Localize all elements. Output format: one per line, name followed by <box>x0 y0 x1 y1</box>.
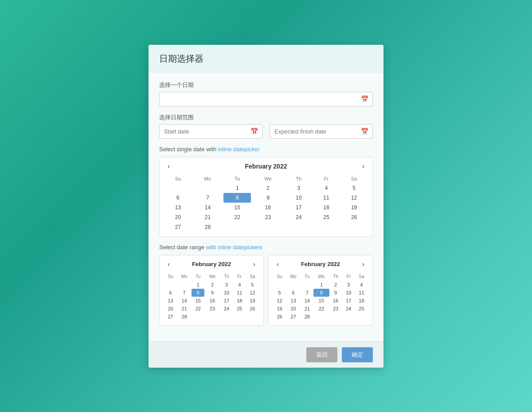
cal-day[interactable]: 6 <box>164 193 192 203</box>
cal-day[interactable]: 9 <box>329 289 342 297</box>
cal-day[interactable]: 3 <box>220 281 233 289</box>
cal-day[interactable]: 12 <box>246 289 259 297</box>
cal-day[interactable]: 22 <box>313 305 329 313</box>
cal-day[interactable]: 7 <box>301 289 313 297</box>
cal-day[interactable]: 21 <box>301 305 313 313</box>
cal-day[interactable]: 15 <box>223 203 251 212</box>
cal-day[interactable]: 1 <box>192 281 204 289</box>
cal-day[interactable]: 5 <box>273 289 286 297</box>
cal-day[interactable]: 28 <box>192 222 223 232</box>
cal-day[interactable]: 12 <box>340 193 368 203</box>
cal-day[interactable]: 16 <box>329 297 342 305</box>
cal-day[interactable]: 9 <box>251 193 285 203</box>
start-date-input[interactable] <box>159 124 262 139</box>
cal-day[interactable]: 18 <box>233 297 246 305</box>
cal-day[interactable]: 17 <box>220 297 233 305</box>
cal-day[interactable]: 13 <box>164 203 192 212</box>
cal-day[interactable]: 9 <box>204 289 220 297</box>
cal-day[interactable]: 22 <box>192 305 204 313</box>
cal-day[interactable]: 4 <box>355 281 368 289</box>
cal-day[interactable]: 23 <box>204 305 220 313</box>
single-date-input[interactable] <box>159 92 373 106</box>
cal-day[interactable]: 27 <box>286 313 301 321</box>
cal-day[interactable]: 15 <box>313 297 329 305</box>
cal-day[interactable]: 17 <box>285 203 313 212</box>
cal-day[interactable]: 6 <box>286 289 301 297</box>
cal-day[interactable]: 15 <box>192 297 204 305</box>
cal-day[interactable]: 28 <box>177 313 192 321</box>
cal-day[interactable]: 23 <box>251 212 285 222</box>
cal-day[interactable]: 20 <box>164 212 192 222</box>
confirm-button[interactable]: 确定 <box>342 347 373 362</box>
cal-day[interactable]: 7 <box>177 289 192 297</box>
main-cal-next[interactable]: › <box>359 162 368 171</box>
cal-day[interactable]: 11 <box>313 193 340 203</box>
inline-datepicker-link[interactable]: inline datepicker <box>218 146 260 153</box>
cal-day[interactable]: 20 <box>286 305 301 313</box>
cal-day[interactable]: 19 <box>246 297 259 305</box>
left-cal-prev[interactable]: ‹ <box>164 260 173 269</box>
cal-day[interactable]: 5 <box>246 281 259 289</box>
cal-day[interactable]: 25 <box>313 212 340 222</box>
cal-day[interactable]: 2 <box>329 281 342 289</box>
cal-day[interactable]: 8 <box>192 289 204 297</box>
cal-day[interactable]: 2 <box>204 281 220 289</box>
cal-day[interactable]: 16 <box>251 203 285 212</box>
cal-day[interactable]: 19 <box>273 305 286 313</box>
right-cal-next[interactable]: › <box>359 260 368 269</box>
cal-day[interactable]: 3 <box>342 281 355 289</box>
cal-day[interactable]: 19 <box>340 203 368 212</box>
cal-day[interactable]: 25 <box>233 305 246 313</box>
cal-day[interactable]: 14 <box>301 297 313 305</box>
right-cal-prev[interactable]: ‹ <box>273 260 282 269</box>
cal-day[interactable]: 4 <box>233 281 246 289</box>
cal-day[interactable]: 24 <box>220 305 233 313</box>
inline-range-label: Select date range with inline datepicker… <box>159 244 373 251</box>
cal-day <box>246 313 259 321</box>
cal-day[interactable]: 26 <box>273 313 286 321</box>
cal-day[interactable]: 7 <box>192 193 223 203</box>
cal-day[interactable]: 21 <box>177 305 192 313</box>
cal-day[interactable]: 4 <box>313 183 340 193</box>
cal-day[interactable]: 14 <box>177 297 192 305</box>
cal-day[interactable]: 6 <box>164 289 177 297</box>
cal-day[interactable]: 11 <box>233 289 246 297</box>
left-cal-next[interactable]: › <box>250 260 259 269</box>
cal-day[interactable]: 27 <box>164 222 192 232</box>
cal-day[interactable]: 1 <box>313 281 329 289</box>
dialog-header: 日期选择器 <box>149 45 383 72</box>
cal-day[interactable]: 8 <box>313 289 329 297</box>
cal-day[interactable]: 26 <box>340 212 368 222</box>
cal-day[interactable]: 13 <box>164 297 177 305</box>
cal-day[interactable]: 14 <box>192 203 223 212</box>
cal-day[interactable]: 18 <box>313 203 340 212</box>
inline-range-link[interactable]: with inline datepickers <box>206 244 262 251</box>
cal-day[interactable]: 8 <box>223 193 251 203</box>
cal-day[interactable]: 5 <box>340 183 368 193</box>
back-button[interactable]: 返回 <box>306 347 337 362</box>
cal-day[interactable]: 18 <box>355 297 368 305</box>
cal-day[interactable]: 10 <box>285 193 313 203</box>
cal-day[interactable]: 3 <box>285 183 313 193</box>
cal-day[interactable]: 21 <box>192 212 223 222</box>
cal-day[interactable]: 24 <box>342 305 355 313</box>
cal-day[interactable]: 26 <box>246 305 259 313</box>
main-cal-prev[interactable]: ‹ <box>164 162 173 171</box>
cal-day[interactable]: 2 <box>251 183 285 193</box>
cal-day[interactable]: 27 <box>164 313 177 321</box>
cal-day[interactable]: 12 <box>273 297 286 305</box>
end-date-input[interactable] <box>270 124 373 139</box>
cal-day[interactable]: 20 <box>164 305 177 313</box>
cal-day[interactable]: 22 <box>223 212 251 222</box>
cal-day[interactable]: 16 <box>204 297 220 305</box>
cal-day[interactable]: 11 <box>355 289 368 297</box>
cal-day[interactable]: 1 <box>223 183 251 193</box>
cal-day[interactable]: 13 <box>286 297 301 305</box>
cal-day[interactable]: 24 <box>285 212 313 222</box>
cal-day[interactable]: 25 <box>355 305 368 313</box>
cal-day[interactable]: 28 <box>301 313 313 321</box>
cal-day[interactable]: 10 <box>220 289 233 297</box>
cal-day[interactable]: 23 <box>329 305 342 313</box>
cal-day[interactable]: 10 <box>342 289 355 297</box>
cal-day[interactable]: 17 <box>342 297 355 305</box>
